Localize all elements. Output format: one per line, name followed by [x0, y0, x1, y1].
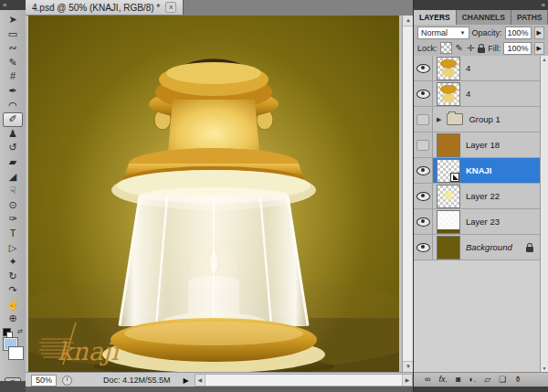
tool-lasso[interactable]: ∾ — [3, 41, 23, 56]
document-tab-bar: 4.psd @ 50% (KNAJI, RGB/8) * x — [26, 0, 413, 16]
eye-icon — [416, 217, 430, 227]
scroll-right-icon[interactable]: ▶ — [402, 375, 412, 386]
layer-thumbnail[interactable] — [437, 159, 460, 183]
visibility-toggle[interactable] — [414, 81, 433, 106]
layer-name[interactable]: Group 1 — [469, 114, 500, 124]
layer-thumbnail[interactable] — [437, 210, 460, 234]
tool-quick-selection[interactable]: ✎ — [3, 56, 23, 70]
group-disclosure-icon[interactable]: ▶ — [437, 116, 441, 123]
toolbar-collapse-button[interactable]: » — [0, 0, 26, 10]
eye-icon — [416, 166, 430, 175]
fill-field[interactable]: 100% — [503, 42, 531, 55]
visibility-toggle[interactable] — [414, 209, 433, 234]
layer-row-layer-23[interactable]: Layer 23 — [414, 209, 541, 235]
tool-clone-stamp[interactable]: ♟ — [3, 127, 23, 142]
lock-all-icon[interactable] — [478, 48, 485, 53]
tool-brush[interactable]: ✐ — [3, 112, 23, 127]
tool-zoom[interactable]: ⊕ — [3, 312, 23, 326]
document-tab[interactable]: 4.psd @ 50% (KNAJI, RGB/8) * x — [26, 0, 184, 15]
tab-channels[interactable]: CHANNELS — [457, 10, 511, 25]
visibility-toggle[interactable] — [414, 56, 433, 80]
layer-badge-icon — [450, 173, 459, 182]
folder-icon — [447, 113, 463, 125]
tool-move[interactable]: ➤ — [3, 13, 23, 27]
layer-thumbnail[interactable] — [437, 236, 460, 260]
tool-3d-rotate[interactable]: ↻ — [3, 270, 23, 284]
layer-name[interactable]: Layer 22 — [466, 191, 500, 201]
visibility-toggle[interactable] — [414, 107, 433, 132]
window-bottom-edge — [26, 387, 413, 392]
layer-name[interactable]: KNAJI — [466, 165, 492, 175]
tool-type[interactable]: T — [3, 227, 23, 241]
scroll-up-icon[interactable]: ▲ — [541, 56, 548, 63]
status-flyout-icon[interactable]: ▶ — [184, 376, 189, 385]
delete-layer-icon[interactable]: ⚱ — [514, 373, 522, 387]
tool-eyedropper[interactable]: ✒ — [3, 84, 23, 99]
tool-crop[interactable]: # — [3, 69, 23, 84]
color-swatch-area: ⇄ — [0, 328, 26, 370]
layer-name[interactable]: Background — [466, 242, 512, 252]
tool-hand[interactable]: ✌ — [3, 298, 23, 313]
zoom-level-field[interactable]: 50% — [31, 375, 57, 387]
link-layers-icon[interactable]: ∞ — [425, 373, 430, 387]
canvas[interactable]: knaji — [28, 16, 399, 372]
layer-style-icon[interactable]: fx. — [438, 373, 448, 387]
tool-custom-shape[interactable]: ✦ — [3, 255, 23, 270]
default-colors-icon[interactable] — [3, 328, 11, 336]
layer-row-4[interactable]: 4 — [414, 81, 541, 107]
layer-thumbnail[interactable] — [437, 185, 460, 208]
tab-layers[interactable]: LAYERS — [414, 10, 457, 25]
layer-row-group-1[interactable]: ▶Group 1 — [414, 107, 541, 132]
layers-panel-footer: ∞fx.◙◐.▱❏⚱ — [414, 372, 548, 387]
fill-slider-icon[interactable]: ▶ — [534, 42, 544, 55]
tool-rectangular-marquee[interactable]: ▭ — [3, 27, 23, 42]
layer-row-knaji[interactable]: KNAJI — [414, 158, 541, 184]
photoshop-window: » ➤▭∾✎#✒◠✐♟↺▰◢☟⊙✑T▷✦↻↷✌⊕ ⇄ 4.psd @ 50% (… — [0, 0, 548, 392]
tool-eraser[interactable]: ▰ — [3, 155, 23, 170]
new-layer-icon[interactable]: ❏ — [499, 373, 506, 387]
layer-name[interactable]: 4 — [466, 89, 470, 99]
new-group-icon[interactable]: ▱ — [484, 373, 490, 387]
panel-collapse-button[interactable]: » — [414, 0, 548, 10]
background-color-swatch[interactable] — [8, 346, 24, 360]
close-tab-icon[interactable]: x — [165, 2, 176, 13]
scroll-down-icon[interactable]: ▼ — [541, 365, 548, 372]
layers-scrollbar[interactable]: ▲ ▼ — [540, 56, 548, 372]
layer-row-layer-18[interactable]: Layer 18 — [414, 132, 541, 158]
layer-row-4[interactable]: 4 — [414, 56, 541, 81]
layer-row-layer-22[interactable]: Layer 22 — [414, 184, 541, 209]
visibility-toggle[interactable] — [414, 235, 433, 260]
lock-image-pixels-icon[interactable]: ✎ — [456, 43, 463, 54]
tool-spot-healing-brush[interactable]: ◠ — [3, 99, 23, 113]
document-size-info[interactable]: Doc: 4.12M/55.5M — [103, 376, 171, 385]
add-layer-mask-icon[interactable]: ◙ — [456, 373, 460, 387]
opacity-field[interactable]: 100% — [505, 26, 532, 39]
visibility-toggle[interactable] — [414, 158, 433, 183]
tool-3d-orbit[interactable]: ↷ — [3, 283, 23, 298]
status-bar: 50% Doc: 4.12M/55.5M ▶ ◀ ▶ — [26, 372, 413, 387]
tool-dodge[interactable]: ⊙ — [3, 198, 23, 213]
layer-thumbnail[interactable] — [437, 57, 460, 80]
swap-colors-icon[interactable]: ⇄ — [17, 328, 23, 334]
layer-row-background[interactable]: Background — [414, 235, 541, 260]
tool-history-brush[interactable]: ↺ — [3, 141, 23, 155]
adjustment-layer-icon[interactable]: ◐. — [469, 373, 476, 387]
tab-paths[interactable]: PATHS — [511, 10, 548, 25]
layer-thumbnail[interactable] — [437, 133, 460, 157]
tool-paint-bucket[interactable]: ◢ — [3, 170, 23, 185]
tool-smudge[interactable]: ☟ — [3, 184, 23, 198]
tool-pen[interactable]: ✑ — [3, 212, 23, 227]
layer-thumbnail[interactable] — [437, 82, 460, 106]
layer-name[interactable]: Layer 23 — [466, 217, 500, 227]
layer-name[interactable]: 4 — [466, 63, 470, 73]
layer-name[interactable]: Layer 18 — [466, 140, 500, 150]
visibility-toggle[interactable] — [414, 184, 433, 208]
visibility-toggle[interactable] — [414, 132, 433, 157]
blend-mode-select[interactable]: Normal ▼ — [417, 26, 469, 39]
lock-transparent-pixels-icon[interactable] — [440, 42, 452, 54]
lock-position-icon[interactable]: ✛ — [467, 43, 474, 54]
canvas-horizontal-scrollbar[interactable]: ◀ ▶ — [195, 374, 413, 387]
scroll-left-icon[interactable]: ◀ — [195, 375, 206, 386]
opacity-slider-icon[interactable]: ▶ — [534, 26, 544, 39]
tool-path-selection[interactable]: ▷ — [3, 241, 23, 256]
